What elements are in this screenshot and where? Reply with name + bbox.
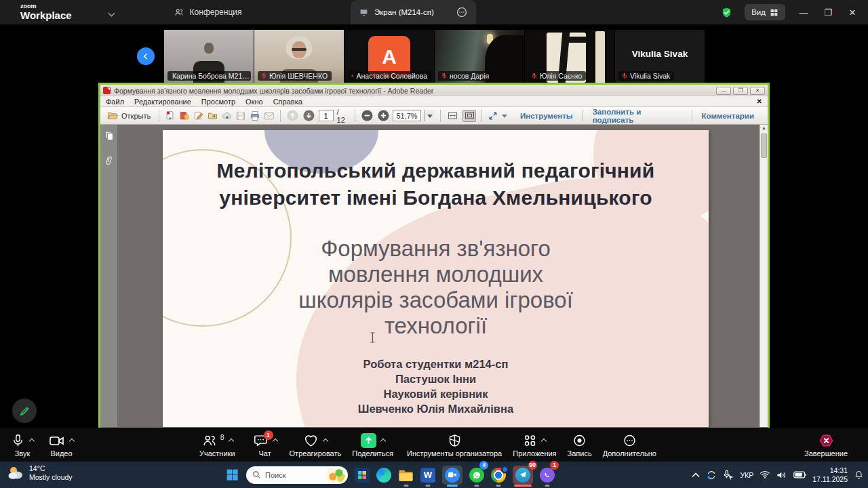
participant-tile[interactable]: носов Дарія <box>435 30 524 84</box>
reader-restore-button[interactable]: ❐ <box>733 87 748 95</box>
export-folder-icon[interactable] <box>208 110 218 121</box>
tray-expand-chevron[interactable] <box>692 472 700 478</box>
language-indicator[interactable]: УКР <box>740 471 753 479</box>
cloud-upload-icon[interactable] <box>222 110 233 121</box>
vertical-scrollbar[interactable]: ▲ <box>760 125 768 427</box>
chat-button[interactable]: 1 Чат <box>253 432 277 458</box>
pdf-file-icon <box>103 87 111 94</box>
react-options-chevron[interactable] <box>323 439 328 444</box>
print-icon[interactable] <box>250 110 260 121</box>
tab-more-icon[interactable] <box>456 6 468 18</box>
participant-tile[interactable]: Юлія Саєнко <box>525 30 614 84</box>
participant-tile[interactable]: Карина Боброва М21… <box>164 30 254 84</box>
whatsapp-icon[interactable]: 4 <box>469 462 484 488</box>
document-canvas[interactable]: Мелітопольський державний педагогічний у… <box>117 125 760 427</box>
tab-meeting[interactable]: Конференция <box>174 7 242 17</box>
apps-options-chevron[interactable] <box>541 439 547 444</box>
close-document-icon[interactable]: ✕ <box>757 98 762 105</box>
telegram-icon[interactable]: 90 <box>513 462 533 488</box>
viber-icon[interactable]: 1 <box>540 462 555 488</box>
zoom-out-icon[interactable] <box>361 109 374 122</box>
scrollbar-thumb[interactable] <box>761 134 767 158</box>
battery-icon[interactable] <box>793 471 806 479</box>
restore-window-icon[interactable]: ❐ <box>822 7 834 18</box>
attachments-paperclip-icon[interactable] <box>104 155 113 167</box>
end-meeting-button[interactable]: Завершение <box>804 432 848 458</box>
convert-pdf-icon[interactable] <box>179 110 190 121</box>
previous-page-icon[interactable] <box>286 109 299 122</box>
record-button[interactable]: Запись <box>568 432 592 458</box>
audio-options-chevron[interactable] <box>29 439 35 444</box>
workspace-chevron-icon[interactable] <box>108 9 115 16</box>
save-icon[interactable] <box>235 110 246 121</box>
participant-tile[interactable]: A Анастасія Соловйова <box>344 30 434 84</box>
file-explorer-icon[interactable] <box>398 462 414 488</box>
video-button[interactable]: Видео <box>49 432 74 458</box>
edge-browser-icon[interactable] <box>376 462 391 488</box>
chrome-icon[interactable] <box>491 462 506 488</box>
tab-screen-share[interactable]: Экран (М214-сп) <box>351 0 476 24</box>
toolbar-overflow-icon[interactable] <box>502 114 507 118</box>
pan-zoom-icon[interactable] <box>488 110 498 121</box>
email-icon[interactable] <box>264 110 275 121</box>
react-button[interactable]: Отреагировать <box>290 432 342 458</box>
photos-app-icon[interactable] <box>355 462 370 488</box>
fill-sign-panel-button[interactable]: Заполнить и подписать <box>583 108 692 124</box>
audio-button[interactable]: Звук <box>11 432 34 458</box>
pdf-page[interactable]: Мелітопольський державний педагогічний у… <box>163 130 709 427</box>
scroll-up-icon[interactable]: ▲ <box>760 125 768 130</box>
sync-icon[interactable] <box>706 470 717 481</box>
apps-button[interactable]: Приложения <box>513 432 556 458</box>
reader-titlebar[interactable]: Формування зв'язного мовлення молодших ш… <box>100 85 768 96</box>
participant-tile[interactable]: Vikulia Sivak Vikulia Sivak <box>615 30 705 84</box>
word-app-icon[interactable]: W <box>420 462 435 488</box>
next-page-icon[interactable] <box>302 109 315 122</box>
menu-view[interactable]: Просмотр <box>201 98 235 106</box>
volume-icon[interactable] <box>776 470 787 480</box>
save-as-pdf-icon[interactable] <box>165 110 176 121</box>
view-button[interactable]: Вид <box>745 4 785 20</box>
video-options-chevron[interactable] <box>69 439 75 444</box>
tools-panel-button[interactable]: Инструменты <box>511 112 583 120</box>
wifi-icon[interactable] <box>760 470 770 479</box>
annotate-button[interactable] <box>12 399 37 423</box>
zoom-in-icon[interactable] <box>377 109 390 122</box>
minimize-window-icon[interactable]: — <box>797 7 810 18</box>
page-number-input[interactable] <box>319 110 334 121</box>
menu-window[interactable]: Окно <box>245 98 263 106</box>
taskbar-search[interactable]: Поиск <box>246 462 348 488</box>
notifications-bell-icon[interactable] <box>854 470 864 480</box>
zoom-level-select[interactable]: 51,7% <box>393 110 420 121</box>
participants-options-chevron[interactable] <box>228 439 233 444</box>
strip-scroll-left-button[interactable] <box>137 47 155 65</box>
open-file-button[interactable]: Открыть <box>104 109 153 122</box>
chat-options-chevron[interactable] <box>272 439 277 444</box>
more-button[interactable]: Дополнительно <box>603 432 656 458</box>
comments-panel-button[interactable]: Комментарии <box>692 112 764 120</box>
reader-minimize-button[interactable]: — <box>716 87 731 95</box>
fit-page-button[interactable] <box>462 110 476 122</box>
close-window-icon[interactable]: ✕ <box>846 7 859 18</box>
participant-tile[interactable]: Юлія ШЕВЧЕНКО <box>254 30 344 84</box>
reader-toolbar: Открыть <box>100 107 768 125</box>
participants-button[interactable]: 8 Участники <box>199 432 235 458</box>
chrome-profile-dot <box>501 466 509 473</box>
share-button[interactable]: Поделиться <box>352 432 393 458</box>
reader-close-button[interactable]: ✕ <box>750 87 765 95</box>
menu-help[interactable]: Справка <box>273 98 302 106</box>
mic-cast-icon[interactable] <box>723 470 734 481</box>
zoom-app-icon[interactable] <box>442 462 462 488</box>
page-thumbnails-icon[interactable] <box>104 130 114 141</box>
weather-widget[interactable]: 14°C Mostly cloudy <box>7 464 73 482</box>
start-button[interactable] <box>225 462 239 488</box>
menu-file[interactable]: Файл <box>106 98 124 106</box>
zoom-level-dropdown-icon[interactable] <box>425 110 435 121</box>
sign-pen-icon[interactable] <box>193 110 204 121</box>
fit-width-button[interactable] <box>446 110 460 122</box>
menu-edit[interactable]: Редактирование <box>134 98 191 106</box>
security-shield-icon[interactable] <box>721 6 732 19</box>
share-options-chevron[interactable] <box>380 439 385 444</box>
taskbar-clock[interactable]: 14:31 17.11.2025 <box>812 466 848 483</box>
host-tools-button[interactable]: Инструменты организатора <box>407 432 502 458</box>
search-input[interactable]: Поиск <box>265 471 323 479</box>
